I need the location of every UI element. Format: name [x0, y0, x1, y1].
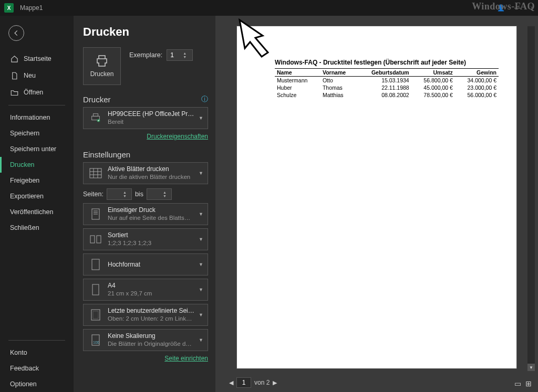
printer-heading: Drucker [83, 95, 111, 104]
printer-status: Bereit [108, 118, 195, 125]
show-margins-icon[interactable]: ⊞ [525, 379, 532, 388]
table-header: Vorname [320, 69, 356, 77]
sidebar-item-label: Feedback [10, 365, 39, 372]
page-setup-link[interactable]: Seite einrichten [164, 355, 208, 362]
sidebar-item-optionen[interactable]: Optionen [0, 376, 74, 392]
chevron-down-icon: ▼ [195, 287, 203, 292]
sidebar-item-speichern[interactable]: Speichern [0, 125, 74, 141]
close-icon[interactable]: × [530, 4, 534, 12]
margins-selector[interactable]: Letzte benutzerdefinierte Seit… Oben: 2 … [83, 304, 208, 326]
svg-rect-17 [93, 311, 98, 319]
sidebar-item-konto[interactable]: Konto [0, 345, 74, 361]
pages-to-label: bis [135, 190, 143, 198]
pages-from[interactable]: ▲▼ [107, 188, 132, 200]
svg-rect-14 [92, 259, 99, 270]
svg-rect-13 [97, 236, 101, 243]
prev-page-button[interactable]: ◀ [229, 379, 233, 386]
selector-title: Hochformat [108, 261, 140, 269]
selector-sub: Nur die aktiven Blätter drucken [108, 173, 190, 181]
chevron-down-icon: ▼ [195, 337, 203, 343]
printer-properties-link[interactable]: Druckereigenschaften [147, 133, 208, 140]
panel-title: Drucken [83, 25, 208, 39]
sidebar-item-schließen[interactable]: Schließen [0, 220, 74, 236]
svg-rect-12 [90, 236, 95, 243]
chevron-down-icon: ▼ [195, 237, 203, 242]
sidebar-item-label: Informationen [10, 114, 50, 121]
sidebar-item-exportieren[interactable]: Exportieren [0, 188, 74, 204]
selector-sub: Nur auf eine Seite des Blatts… [108, 214, 190, 221]
sidebar-item-label: Drucken [10, 161, 35, 168]
selector-sub: 21 cm x 29,7 cm [108, 290, 152, 297]
pages-to[interactable]: ▲▼ [147, 188, 172, 200]
sidebar-open[interactable]: Öffnen [0, 84, 74, 101]
chevron-down-icon: ▼ [195, 262, 203, 267]
zoom-to-page-icon[interactable]: ▭ [514, 379, 521, 388]
settings-heading: Einstellungen [83, 150, 130, 159]
table-cell: Matthias [320, 91, 356, 99]
sidebar-label: Neu [24, 72, 36, 79]
table-row: SchulzeMatthias08.08.200278.500,00 €56.0… [275, 91, 499, 99]
collate-selector[interactable]: Sortiert 1;2;3 1;2;3 1;2;3 ▼ [83, 228, 208, 250]
pages-label: Seiten: [83, 190, 104, 198]
copies-label: Exemplare: [129, 51, 162, 59]
margins-icon [88, 307, 104, 323]
minimize-icon[interactable]: — [514, 4, 521, 12]
name-icon[interactable]: 👤 [497, 4, 505, 12]
printer-selector[interactable]: HP99CEEE (HP OfficeJet Pro… Bereit ▼ [83, 107, 208, 129]
sidebar-item-label: Optionen [10, 380, 37, 388]
selector-title: A4 [108, 282, 152, 290]
printer-icon [88, 110, 104, 126]
orientation-selector[interactable]: Hochformat ▼ [83, 253, 208, 276]
svg-text:100: 100 [93, 341, 99, 344]
print-what-selector[interactable]: Aktive Blätter drucken Nur die aktiven B… [83, 162, 208, 184]
table-cell: Thomas [320, 84, 356, 91]
table-header: Geburtsdatum [356, 69, 411, 77]
copies-spinner[interactable]: ▲▼ [167, 49, 193, 61]
page-nav: ◀ von 2 ▶ [229, 377, 277, 388]
print-button[interactable]: Drucken [83, 47, 121, 85]
table-cell: 23.000,00 € [455, 84, 499, 91]
sidebar-item-freigeben[interactable]: Freigeben [0, 173, 74, 188]
info-icon[interactable]: ⓘ [201, 94, 208, 104]
sidebar-item-speichern-unter[interactable]: Speichern unter [0, 141, 74, 157]
scroll-down-icon[interactable]: ▼ [527, 364, 535, 371]
table-cell: 78.500,00 € [411, 91, 455, 99]
scrollbar[interactable] [527, 26, 535, 371]
next-page-button[interactable]: ▶ [273, 379, 277, 386]
sidebar-label: Öffnen [24, 89, 43, 96]
chevron-down-icon: ▼ [195, 211, 203, 217]
page-of-label: von 2 [254, 379, 270, 386]
selector-title: Aktive Blätter drucken [108, 165, 190, 173]
sidebar-item-informationen[interactable]: Informationen [0, 110, 74, 125]
selector-sub: Oben: 2 cm Unten: 2 cm Link… [108, 315, 195, 322]
page-number-input[interactable] [236, 377, 251, 388]
table-cell: Schulze [275, 91, 320, 99]
scaling-selector[interactable]: 100 Keine Skalierung Die Blätter in Orig… [83, 329, 208, 351]
portrait-icon [88, 257, 104, 272]
sidebar-item-feedback[interactable]: Feedback [0, 361, 74, 376]
table-cell: Huber [275, 84, 320, 91]
sidebar-item-label: Schließen [10, 224, 39, 231]
page-single-icon [88, 206, 104, 222]
paper-size-selector[interactable]: A4 21 cm x 29,7 cm ▼ [83, 279, 208, 301]
back-button[interactable] [8, 25, 24, 41]
sidebar-item-label: Speichern [10, 130, 39, 137]
titlebar: X Mappe1 👤 — × [0, 0, 538, 16]
table-header: Umsatz [411, 69, 455, 77]
sidebar-home[interactable]: Startseite [0, 50, 74, 67]
copies-input[interactable] [167, 51, 183, 59]
duplex-selector[interactable]: Einseitiger Druck Nur auf eine Seite des… [83, 203, 208, 225]
sidebar-item-veröffentlichen[interactable]: Veröffentlichen [0, 204, 74, 220]
svg-rect-1 [93, 114, 98, 116]
sheets-icon [88, 165, 104, 181]
sidebar-item-label: Freigeben [10, 177, 39, 184]
sidebar-item-drucken[interactable]: Drucken [0, 157, 74, 173]
table-cell: 34.000,00 € [455, 77, 499, 84]
selector-sub: Die Blätter in Originalgröße d… [108, 340, 192, 347]
sidebar-new[interactable]: Neu [0, 67, 74, 84]
sidebar-label: Startseite [24, 55, 51, 62]
table-row: MustermannOtto15.03.193456.800,00 €34.00… [275, 77, 499, 84]
preview-page: Windows-FAQ - Drucktitel festlegen (Über… [237, 26, 516, 368]
selector-title: Letzte benutzerdefinierte Seit… [108, 307, 195, 315]
collate-icon [88, 231, 104, 247]
